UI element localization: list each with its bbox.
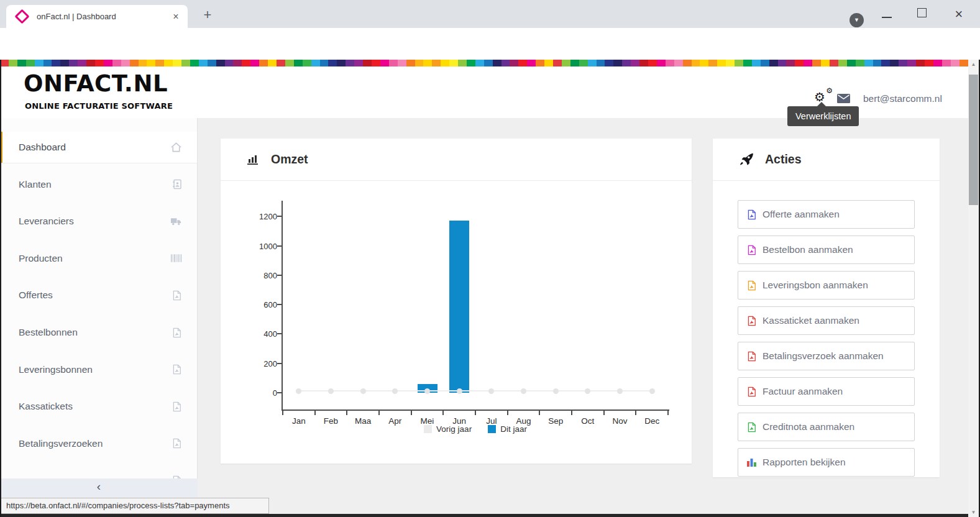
line-marker-feb xyxy=(328,388,334,394)
browser-tab[interactable]: onFact.nl | Dashboard × xyxy=(6,5,188,28)
stripe-segment xyxy=(423,60,432,66)
stripe-segment xyxy=(864,60,873,66)
sidebar-item-kassatickets[interactable]: Kassatickets xyxy=(0,391,197,422)
action-button-offerte-aanmaken[interactable]: Offerte aanmaken xyxy=(738,200,915,229)
sidebar-item-offertes[interactable]: Offertes xyxy=(0,280,197,311)
window-maximize-button[interactable] xyxy=(917,8,927,17)
legend-item-vorig-jaar[interactable]: Vorig jaar xyxy=(424,424,472,434)
stripe-segment xyxy=(44,60,52,66)
actions-card-header: Acties xyxy=(713,139,940,181)
stripe-segment xyxy=(432,60,441,66)
sidebar-item-betalingsverzoeken[interactable]: Betalingsverzoeken xyxy=(0,428,197,459)
stripe-segment xyxy=(907,60,916,66)
action-button-rapporten-bekijken[interactable]: Rapporten bekijken xyxy=(738,448,915,477)
sidebar-item-producten[interactable]: Producten xyxy=(0,243,197,274)
stripe-segment xyxy=(605,60,613,66)
action-button-leveringsbon-aanmaken[interactable]: Leveringsbon aanmaken xyxy=(738,271,915,300)
window-close-button[interactable]: × xyxy=(950,5,968,24)
action-button-label: Factuur aanmaken xyxy=(762,386,843,397)
sidebar-item-label: Leveringsbonnen xyxy=(19,364,93,375)
stripe-segment xyxy=(639,60,648,66)
mail-envelope-icon[interactable] xyxy=(837,94,850,106)
line-marker-maa xyxy=(360,388,366,394)
stripe-segment xyxy=(536,60,544,66)
brand-rainbow-stripe xyxy=(0,60,968,66)
stripe-segment xyxy=(493,60,501,66)
legend-item-dit-jaar[interactable]: Dit jaar xyxy=(488,424,527,434)
sidebar-nav: DashboardKlantenLeveranciersProductenOff… xyxy=(0,118,198,478)
y-axis-tick-label: 400 xyxy=(245,329,277,339)
stripe-segment xyxy=(259,60,268,66)
sidebar-item-bestelbonnen[interactable]: Bestelbonnen xyxy=(0,317,197,348)
window-frame-left xyxy=(0,60,1,517)
stripe-segment xyxy=(579,60,588,66)
stripe-segment xyxy=(35,60,44,66)
scrollbar-thumb[interactable] xyxy=(969,75,978,205)
user-email[interactable]: bert@starcomm.nl xyxy=(863,93,942,104)
action-button-label: Creditnota aanmaken xyxy=(762,421,854,432)
y-axis-tick-label: 200 xyxy=(245,359,277,368)
bar-jun[interactable] xyxy=(449,221,469,393)
stripe-segment xyxy=(277,60,285,66)
y-axis-tick-label: 1200 xyxy=(245,212,277,221)
actions-card: Acties Offerte aanmakenBestelbon aanmake… xyxy=(713,139,940,477)
stripe-segment xyxy=(708,60,717,66)
file-pdf-icon xyxy=(172,364,182,375)
scrollbar-up-icon[interactable]: ▲ xyxy=(968,62,979,67)
action-button-creditnota-aanmaken[interactable]: Creditnota aanmaken xyxy=(738,413,915,441)
sidebar-item-partial[interactable] xyxy=(0,465,197,478)
sidebar-item-dashboard[interactable]: Dashboard xyxy=(0,132,197,163)
stripe-segment xyxy=(95,60,104,66)
file-pdf-icon xyxy=(746,351,757,362)
stripe-segment xyxy=(674,60,683,66)
window-minimize-button[interactable] xyxy=(882,17,892,18)
sidebar-item-klanten[interactable]: Klanten xyxy=(0,169,197,200)
stripe-segment xyxy=(666,60,674,66)
scrollbar-down-icon[interactable]: ▼ xyxy=(968,510,979,515)
sidebar-item-label: Dashboard xyxy=(19,142,66,153)
action-button-factuur-aanmaken[interactable]: Factuur aanmaken xyxy=(738,377,915,406)
stripe-segment xyxy=(484,60,493,66)
stripe-segment xyxy=(328,60,337,66)
action-button-bestelbon-aanmaken[interactable]: Bestelbon aanmaken xyxy=(738,236,915,264)
stripe-segment xyxy=(597,60,605,66)
sidebar-collapse-button[interactable]: ‹ xyxy=(0,478,198,497)
logo-title[interactable]: ONFACT.NL xyxy=(24,70,168,97)
stripe-segment xyxy=(830,60,838,66)
sidebar-item-leveringsbonnen[interactable]: Leveringsbonnen xyxy=(0,354,197,385)
stripe-segment xyxy=(449,60,458,66)
file-pdf-icon xyxy=(746,316,757,326)
stripe-segment xyxy=(363,60,372,66)
stripe-segment xyxy=(700,60,708,66)
file-pdf-icon xyxy=(746,280,757,291)
stripe-segment xyxy=(510,60,518,66)
stripe-segment xyxy=(233,60,242,66)
browser-titlebar: onFact.nl | Dashboard × + ▼ × xyxy=(0,0,980,28)
tab-close-icon[interactable]: × xyxy=(170,11,182,23)
stripe-segment xyxy=(190,60,199,66)
stripe-segment xyxy=(199,60,208,66)
web-page: ONFACT.NL ONLINE FACTURATIE SOFTWARE ⚙ ⚙… xyxy=(0,60,980,517)
line-marker-sep xyxy=(553,388,559,394)
sidebar-item-leveranciers[interactable]: Leveranciers xyxy=(0,206,197,237)
action-button-kassaticket-aanmaken[interactable]: Kassaticket aanmaken xyxy=(738,306,915,335)
media-controls-button[interactable]: ▼ xyxy=(849,13,864,27)
x-axis-tick xyxy=(475,409,476,415)
stripe-segment xyxy=(881,60,890,66)
stripe-segment xyxy=(821,60,830,66)
stripe-segment xyxy=(268,60,277,66)
stripe-segment xyxy=(26,60,35,66)
line-marker-mei xyxy=(424,388,430,394)
action-button-label: Betalingsverzoek aanmaken xyxy=(762,350,884,362)
stripe-segment xyxy=(890,60,899,66)
file-pdf-icon xyxy=(172,290,182,301)
stripe-segment xyxy=(692,60,700,66)
page-scrollbar[interactable]: ▲ ▼ xyxy=(968,60,979,517)
new-tab-button[interactable]: + xyxy=(199,6,216,24)
home-icon xyxy=(170,142,182,153)
line-marker-jul xyxy=(488,388,494,394)
stripe-segment xyxy=(527,60,536,66)
stripe-segment xyxy=(225,60,234,66)
stripe-segment xyxy=(761,60,769,66)
action-button-betalingsverzoek-aanmaken[interactable]: Betalingsverzoek aanmaken xyxy=(738,342,915,370)
